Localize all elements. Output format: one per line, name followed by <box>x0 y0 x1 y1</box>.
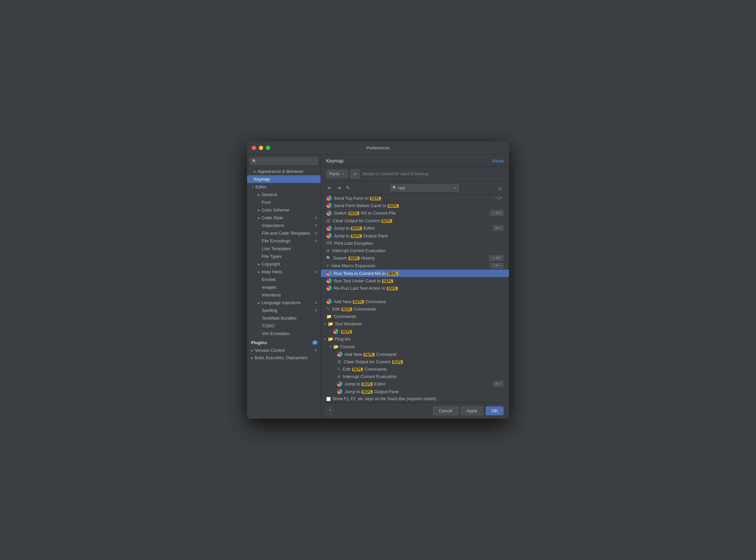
toolbar-left: ⇤ ⇥ ✎ <box>326 184 351 192</box>
sidebar-item-copyright[interactable]: ▶ Copyright <box>247 260 321 268</box>
list-item[interactable]: Re-Run Last Test Action in REPL <box>321 284 509 292</box>
cancel-button[interactable]: Cancel <box>433 406 458 415</box>
search-field[interactable]: 🔍 ✕ <box>390 184 459 192</box>
sidebar-item-vimemulation[interactable]: Vim Emulation <box>247 330 321 337</box>
list-item[interactable]: Jump to REPL Editor ⌘↩ <box>321 224 509 232</box>
keymap-selector[interactable]: Pants ▼ <box>326 170 348 178</box>
folder-cursive[interactable]: ▼ 📂 Cursive <box>321 343 509 351</box>
sidebar-item-emmet[interactable]: Emmet <box>247 276 321 283</box>
touch-bar-checkbox[interactable] <box>326 397 331 401</box>
list-item[interactable]: Send Form Before Caret to REPL <box>321 202 509 209</box>
list-item[interactable]: Jump to REPL Output Pane <box>321 232 509 239</box>
sidebar-item-livetemplates[interactable]: Live Templates <box>247 245 321 253</box>
sidebar-item-intentions[interactable]: Intentions <box>247 291 321 299</box>
list-item[interactable]: Add New REPL Command <box>321 298 509 305</box>
folder-plugins[interactable]: ▼ 📂 Plug-ins <box>321 335 509 343</box>
sidebar-item-filetypes[interactable]: File Types <box>247 253 321 260</box>
list-item[interactable]: 🗑 Clear Output for Current REPL <box>321 358 509 365</box>
edit-shortcut-button[interactable]: ✎ <box>344 184 351 192</box>
item-label: Add New REPL Command <box>333 299 386 304</box>
sidebar-item-font[interactable]: Font <box>247 198 321 206</box>
gear-icon: ⚙ <box>353 172 357 177</box>
minimize-button[interactable] <box>259 146 263 150</box>
settings-icon: ⚙ <box>313 269 318 274</box>
list-item[interactable]: ≡ View Macro Expansion ⇧⌘↩ <box>321 262 509 269</box>
sidebar-item-images[interactable]: Images <box>247 283 321 291</box>
gear-button[interactable]: ⚙ <box>350 169 360 179</box>
sidebar-item-languageinjections[interactable]: ▶ Language Injections ⚙ <box>247 299 321 306</box>
maximize-button[interactable] <box>266 146 270 150</box>
list-item[interactable]: REPL <box>321 328 509 335</box>
close-button[interactable] <box>252 146 256 150</box>
list-item[interactable]: 📁 Commands <box>321 313 509 320</box>
sidebar-item-label: Inspections <box>262 223 284 228</box>
sidebar-item-versioncontrol[interactable]: ▶ Version Control ⚙ <box>247 346 321 354</box>
help-button[interactable]: ? <box>326 407 334 415</box>
sidebar-item-codestyle[interactable]: ▶ Code Style ⚙ <box>247 214 321 222</box>
sidebar-search-input[interactable] <box>258 159 315 163</box>
sidebar-item-general[interactable]: ▶ General <box>247 191 321 198</box>
list-item[interactable]: Run Test Under Caret in REPL <box>321 277 509 284</box>
pencil-icon: ✎ <box>326 306 330 312</box>
list-item[interactable]: ✎ Edit REPL Commands <box>321 305 509 313</box>
shortcut-badge: ⌃⌥P <box>490 196 504 201</box>
sidebar-search-icon: 🔍 <box>252 159 257 163</box>
sidebar-item-plugins[interactable]: Plugins 2 <box>247 339 321 346</box>
sidebar-item-label: Intentions <box>262 293 281 298</box>
repl-icon <box>326 226 332 231</box>
list-item[interactable]: ⊗ Interrupt Current Evaluation <box>321 247 509 254</box>
folder-tool-windows[interactable]: ▼ 📂 Tool Windows <box>321 320 509 328</box>
folder-label: Plug-ins <box>335 336 350 341</box>
find-shortcut-button[interactable]: ⌕ <box>497 184 504 192</box>
expand-all-button[interactable]: ⇤ <box>326 184 333 192</box>
keymap-search-input[interactable] <box>399 186 452 191</box>
repl-icon <box>326 299 332 304</box>
sidebar-item-keymap[interactable]: Keymap <box>247 175 321 183</box>
ok-button[interactable]: OK <box>486 406 504 415</box>
list-item[interactable]: Jump to REPL Output Pane <box>321 388 509 395</box>
sidebar-item-inspections[interactable]: Inspections ⚙ <box>247 222 321 229</box>
list-item[interactable]: Run Tests in Current NS in REPL <box>321 269 509 277</box>
expand-icon: ≡ <box>326 263 329 268</box>
item-label: Clear Output for Current REPL <box>342 359 403 364</box>
apply-button[interactable]: Apply <box>461 406 484 415</box>
item-label: Jump to REPL Output Pane <box>333 233 388 238</box>
help-icon: ? <box>329 408 331 413</box>
reset-button[interactable]: Reset <box>492 158 504 163</box>
list-item[interactable]: ✎ Edit REPL Commands <box>321 365 509 373</box>
sidebar-item-editor[interactable]: ▼ Editor <box>247 183 321 191</box>
arrow-icon: ▶ <box>258 262 260 266</box>
sidebar-item-label: Font <box>262 200 270 205</box>
sidebar-item-buildexec[interactable]: ▶ Build, Execution, Deployment <box>247 354 321 362</box>
settings-icon: ⚙ <box>313 300 318 305</box>
repl-icon <box>326 285 332 291</box>
repl-icon <box>326 233 332 238</box>
sidebar-item-label: File and Code Templates <box>262 231 310 236</box>
list-item[interactable]: ⌨ Print Last Exception <box>321 239 509 247</box>
list-item[interactable]: Jump to REPL Editor ⌘↩ <box>321 380 509 388</box>
sidebar-item-fileencodings[interactable]: File Encodings ⚙ <box>247 237 321 245</box>
collapse-all-button[interactable]: ⇥ <box>335 184 342 192</box>
sidebar-search-box[interactable]: 🔍 <box>250 158 318 165</box>
sidebar-item-spelling[interactable]: Spelling ⚙ <box>247 306 321 314</box>
settings-icon: ⚙ <box>313 216 318 220</box>
list-item[interactable]: 🔍 Search REPL History ⌥⌘E <box>321 254 509 262</box>
titlebar: Preferences <box>247 141 509 155</box>
sidebar-item-colorscheme[interactable]: ▶ Color Scheme <box>247 206 321 214</box>
search-icon: 🔍 <box>392 186 397 190</box>
sidebar-item-inlayhints[interactable]: ▶ Inlay Hints ⚙ <box>247 268 321 276</box>
list-item[interactable]: Send Top Form to REPL ⌃⌥P <box>321 194 509 202</box>
list-item[interactable]: ⊗ Interrupt Current Evaluation <box>321 373 509 380</box>
sidebar-item-todo[interactable]: TODO <box>247 322 321 330</box>
sidebar-item-filecodetemplates[interactable]: File and Code Templates ⚙ <box>247 229 321 237</box>
list-item[interactable]: 🗑 Clear Output for Current REPL <box>321 217 509 224</box>
sidebar-item-appearance[interactable]: ▶ Appearance & Behavior <box>247 167 321 175</box>
repl-icon <box>326 271 332 276</box>
sidebar-item-textmatebundles[interactable]: TextMate Bundles <box>247 314 321 322</box>
item-label: Edit REPL Commands <box>342 367 387 372</box>
repl-icon <box>326 278 332 283</box>
toolbar-row: ⇤ ⇥ ✎ 🔍 ✕ ⌕ <box>321 182 509 194</box>
list-item[interactable]: Add New REPL Command <box>321 351 509 358</box>
clear-search-icon[interactable]: ✕ <box>453 186 456 190</box>
list-item[interactable]: Switch REPL NS to Current File ⇧⌘N <box>321 209 509 217</box>
